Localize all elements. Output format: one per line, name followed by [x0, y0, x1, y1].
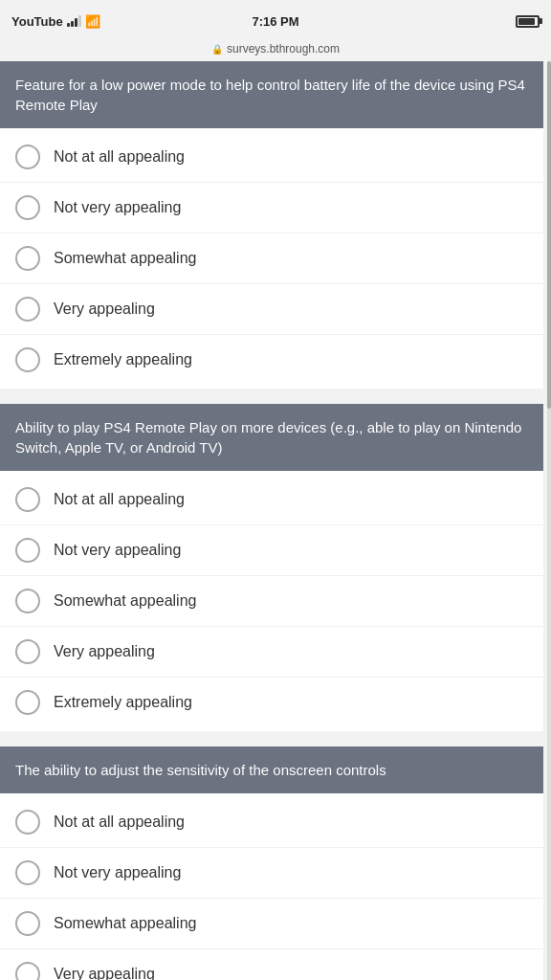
option-label: Not at all appealing [54, 148, 185, 166]
status-time: 7:16 PM [252, 14, 298, 29]
radio-button[interactable] [15, 246, 40, 271]
list-item[interactable]: Somewhat appealing [0, 234, 543, 284]
option-label: Somewhat appealing [54, 915, 196, 932]
radio-button[interactable] [15, 195, 40, 220]
radio-button[interactable] [15, 538, 40, 563]
wifi-icon: 📶 [85, 14, 100, 29]
options-list-1: Not at all appealingNot very appealingSo… [0, 128, 543, 389]
options-list-3: Not at all appealingNot very appealingSo… [0, 793, 543, 980]
scrollbar-thumb[interactable] [547, 61, 551, 409]
list-item[interactable]: Not very appealing [0, 848, 543, 899]
status-left: YouTube 📶 [11, 14, 100, 29]
option-label: Very appealing [54, 301, 155, 318]
list-item[interactable]: Somewhat appealing [0, 899, 543, 949]
radio-button[interactable] [15, 347, 40, 372]
list-item[interactable]: Extremely appealing [0, 335, 543, 385]
radio-button[interactable] [15, 145, 40, 169]
url-text: surveys.bthrough.com [227, 42, 340, 56]
question-section-3: The ability to adjust the sensitivity of… [0, 746, 543, 980]
list-item[interactable]: Not very appealing [0, 183, 543, 234]
question-header-2: Ability to play PS4 Remote Play on more … [0, 404, 543, 471]
list-item[interactable]: Extremely appealing [0, 678, 543, 727]
list-item[interactable]: Somewhat appealing [0, 576, 543, 627]
question-header-3: The ability to adjust the sensitivity of… [0, 746, 543, 793]
scrollbar[interactable] [547, 61, 551, 980]
radio-button[interactable] [15, 589, 40, 613]
question-section-2: Ability to play PS4 Remote Play on more … [0, 404, 543, 731]
list-item[interactable]: Very appealing [0, 627, 543, 678]
status-right [516, 15, 540, 28]
option-label: Not very appealing [54, 199, 181, 216]
option-label: Not at all appealing [54, 813, 185, 831]
radio-button[interactable] [15, 690, 40, 715]
option-label: Extremely appealing [54, 351, 192, 368]
list-item[interactable]: Not at all appealing [0, 797, 543, 848]
option-label: Not very appealing [54, 542, 181, 559]
list-item[interactable]: Very appealing [0, 949, 543, 980]
status-bar: YouTube 📶 7:16 PM [0, 0, 551, 42]
radio-button[interactable] [15, 962, 40, 980]
option-label: Not very appealing [54, 864, 181, 881]
option-label: Very appealing [54, 643, 155, 660]
signal-icon [67, 15, 81, 27]
option-label: Not at all appealing [54, 491, 185, 508]
radio-button[interactable] [15, 297, 40, 322]
list-item[interactable]: Not at all appealing [0, 132, 543, 183]
app-name-label: YouTube [11, 14, 63, 29]
list-item[interactable]: Very appealing [0, 284, 543, 335]
options-list-2: Not at all appealingNot very appealingSo… [0, 471, 543, 731]
question-header-1: Feature for a low power mode to help con… [0, 61, 543, 128]
radio-button[interactable] [15, 639, 40, 664]
battery-icon [516, 15, 540, 28]
radio-button[interactable] [15, 911, 40, 936]
option-label: Very appealing [54, 966, 155, 980]
radio-button[interactable] [15, 810, 40, 835]
radio-button[interactable] [15, 860, 40, 885]
url-bar: 🔒 surveys.bthrough.com [0, 42, 551, 61]
lock-icon: 🔒 [211, 44, 223, 55]
page-container: Feature for a low power mode to help con… [0, 61, 551, 980]
option-label: Extremely appealing [54, 694, 192, 711]
list-item[interactable]: Not very appealing [0, 525, 543, 576]
list-item[interactable]: Not at all appealing [0, 475, 543, 525]
question-section-1: Feature for a low power mode to help con… [0, 61, 543, 389]
radio-button[interactable] [15, 487, 40, 512]
survey-content: Feature for a low power mode to help con… [0, 61, 551, 980]
option-label: Somewhat appealing [54, 592, 196, 610]
option-label: Somewhat appealing [54, 250, 196, 267]
